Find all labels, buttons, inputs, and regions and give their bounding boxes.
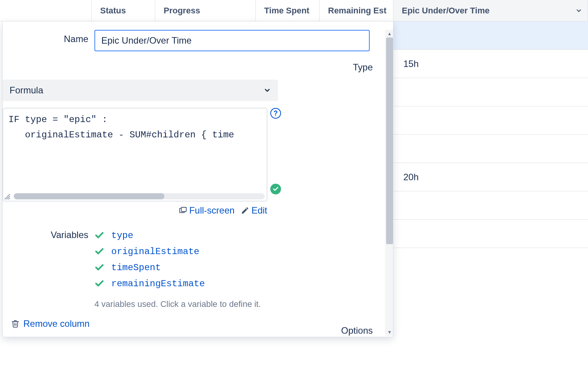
column-header-status[interactable]: Status: [92, 0, 155, 21]
chevron-down-icon: [575, 7, 582, 14]
column-header-label: Time Spent: [264, 6, 309, 16]
cell-value: 20h: [403, 172, 419, 183]
resize-handle-icon[interactable]: [4, 193, 11, 200]
column-name-input[interactable]: [94, 30, 370, 51]
column-header-active[interactable]: Epic Under/Over Time: [393, 0, 588, 21]
variable-link[interactable]: type: [111, 230, 133, 241]
column-header-row: Status Progress Time Spent Remaining Est…: [0, 0, 588, 21]
type-label: Type: [94, 51, 379, 73]
table-row[interactable]: [393, 106, 588, 135]
options-label: Options: [94, 309, 379, 336]
panel-vertical-scrollbar[interactable]: ▲ ▼: [385, 30, 393, 336]
variable-link[interactable]: originalEstimate: [111, 246, 199, 257]
formula-editor[interactable]: IF type = "epic" : originalEstimate - SU…: [3, 108, 267, 201]
type-select-value: Formula: [10, 85, 43, 96]
scroll-down-arrow-icon[interactable]: ▼: [385, 328, 393, 336]
column-header-leading: [0, 0, 92, 21]
help-icon[interactable]: ?: [270, 108, 281, 119]
variable-item: remainingEstimate: [94, 276, 370, 292]
column-header-label: Remaining Est: [328, 6, 387, 16]
scroll-up-arrow-icon[interactable]: ▲: [385, 30, 393, 38]
check-icon: [94, 279, 104, 289]
label-text: Variables: [51, 230, 88, 240]
variable-link[interactable]: remainingEstimate: [111, 279, 205, 289]
variable-item: originalEstimate: [94, 243, 370, 259]
table-row[interactable]: [393, 220, 588, 248]
active-column-data: 15h 20h: [393, 21, 588, 380]
variables-list: type originalEstimate timeSpent remainin…: [94, 227, 370, 292]
variables-hint: 4 variables used. Click a variable to de…: [94, 299, 370, 309]
table-row[interactable]: [393, 21, 588, 50]
formula-line: originalEstimate - SUM#children { time: [8, 127, 262, 143]
column-config-panel: Name Type Formula IF type = "epic" : ori…: [2, 21, 393, 337]
table-row[interactable]: 20h: [393, 163, 588, 191]
variables-label: Variables: [3, 216, 94, 309]
name-label: Name: [3, 30, 94, 51]
cell-value: 15h: [403, 59, 419, 69]
label-text: Options: [341, 325, 373, 336]
success-icon: [270, 184, 281, 194]
table-row[interactable]: [393, 78, 588, 106]
table-row[interactable]: [393, 191, 588, 220]
column-header-label: Progress: [164, 6, 200, 16]
label-text: Name: [64, 34, 88, 44]
trash-icon: [11, 320, 19, 328]
check-icon: [94, 230, 104, 240]
label-text: Type: [353, 62, 373, 72]
column-header-time-spent[interactable]: Time Spent: [256, 0, 320, 21]
scrollbar-thumb[interactable]: [14, 193, 164, 199]
formula-line: IF type = "epic" :: [8, 112, 262, 127]
table-row[interactable]: 15h: [393, 50, 588, 78]
check-icon: [94, 263, 104, 272]
remove-column-link[interactable]: Remove column: [11, 318, 89, 329]
scrollbar-thumb[interactable]: [386, 38, 393, 244]
remove-column-label: Remove column: [23, 318, 89, 329]
variable-item: type: [94, 227, 370, 243]
table-row[interactable]: [393, 135, 588, 163]
column-header-remaining-est[interactable]: Remaining Est: [320, 0, 393, 21]
column-header-label: Epic Under/Over Time: [402, 6, 489, 16]
check-icon: [94, 246, 104, 256]
column-header-progress[interactable]: Progress: [155, 0, 256, 21]
variable-link[interactable]: timeSpent: [111, 263, 161, 273]
formula-horizontal-scrollbar[interactable]: [14, 193, 265, 199]
variable-item: timeSpent: [94, 259, 370, 276]
column-header-label: Status: [100, 6, 126, 16]
